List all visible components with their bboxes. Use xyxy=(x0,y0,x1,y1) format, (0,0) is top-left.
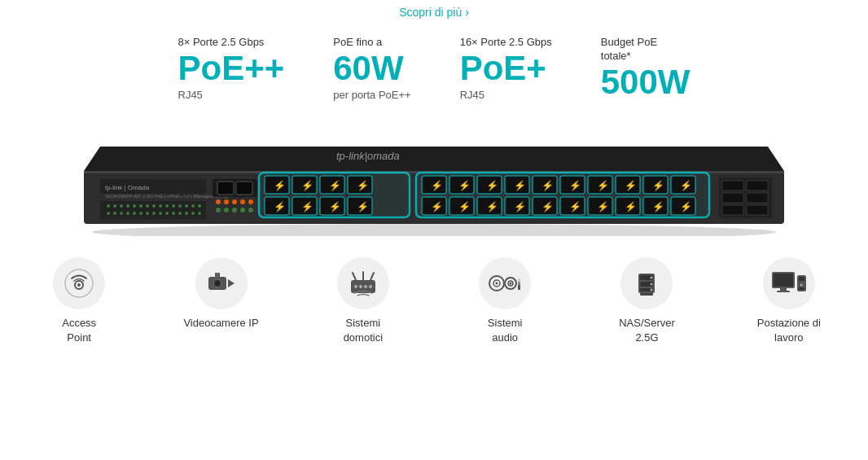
spec-sub-3: RJ45 xyxy=(460,89,552,101)
svg-point-18 xyxy=(172,204,175,208)
svg-text:⚡: ⚡ xyxy=(357,179,369,191)
spec-budget: Budget PoEtotale* 500W xyxy=(601,36,690,103)
svg-rect-40 xyxy=(236,182,252,195)
svg-point-27 xyxy=(133,212,136,215)
icon-item-nas: NAS/Server2.5G xyxy=(600,257,693,345)
icon-item-workstation: Postazione di lavoro xyxy=(743,257,835,345)
svg-point-45 xyxy=(248,199,253,204)
svg-point-12 xyxy=(133,204,136,208)
icon-item-access-point: AccessPoint xyxy=(33,257,125,345)
spec-poepp: 8× Porte 2.5 Gbps PoE++ RJ45 xyxy=(178,36,285,103)
svg-point-34 xyxy=(178,212,182,215)
svg-point-49 xyxy=(240,208,245,212)
svg-text:⚡: ⚡ xyxy=(486,179,498,191)
svg-point-33 xyxy=(172,212,175,215)
svg-rect-57 xyxy=(747,205,768,215)
svg-point-42 xyxy=(224,199,229,204)
svg-point-20 xyxy=(185,204,188,208)
icons-row: AccessPoint Videocamere IP xyxy=(0,249,868,345)
svg-text:⚡: ⚡ xyxy=(597,179,609,191)
svg-point-28 xyxy=(139,212,142,215)
spec-label-4: Budget PoEtotale* xyxy=(601,36,690,64)
videocamere-label: Videocamere IP xyxy=(183,316,258,331)
svg-point-21 xyxy=(191,204,195,208)
svg-point-29 xyxy=(146,212,149,215)
svg-point-13 xyxy=(139,204,142,208)
svg-rect-53 xyxy=(747,181,768,191)
svg-point-11 xyxy=(126,204,129,208)
workstation-label: Postazione di lavoro xyxy=(743,316,835,345)
svg-point-32 xyxy=(165,212,169,215)
videocamere-icon-circle xyxy=(195,257,248,309)
svg-rect-158 xyxy=(799,277,804,281)
svg-point-141 xyxy=(510,282,512,284)
svg-rect-56 xyxy=(722,205,743,215)
svg-point-43 xyxy=(232,199,237,204)
svg-point-135 xyxy=(369,285,372,288)
audio-label: Sistemiaudio xyxy=(488,316,523,345)
svg-point-37 xyxy=(198,212,201,215)
svg-rect-54 xyxy=(722,193,743,203)
domotici-icon xyxy=(348,269,379,298)
access-point-icon-circle xyxy=(53,257,105,309)
nas-icon xyxy=(632,269,661,298)
svg-point-50 xyxy=(248,208,253,212)
svg-point-0 xyxy=(92,224,776,236)
workstation-icon-circle xyxy=(763,257,815,309)
svg-point-16 xyxy=(159,204,162,208)
spec-poep: 16× Porte 2.5 Gbps PoE+ RJ45 xyxy=(460,36,552,103)
svg-point-22 xyxy=(198,204,201,208)
spec-value-4: 500W xyxy=(601,64,690,101)
svg-point-25 xyxy=(120,212,123,215)
svg-point-151 xyxy=(651,288,653,291)
workstation-icon xyxy=(770,269,808,298)
svg-point-24 xyxy=(113,212,116,215)
spec-value-2: 60W xyxy=(333,50,410,87)
svg-text:⚡: ⚡ xyxy=(541,200,554,212)
svg-text:⚡: ⚡ xyxy=(458,200,471,212)
svg-text:⚡: ⚡ xyxy=(514,179,526,191)
svg-text:⚡: ⚡ xyxy=(329,179,341,191)
svg-point-132 xyxy=(354,285,357,288)
svg-rect-152 xyxy=(640,293,653,296)
svg-text:⚡: ⚡ xyxy=(274,200,286,212)
svg-text:⚡: ⚡ xyxy=(458,179,471,191)
videocamere-icon xyxy=(205,269,238,298)
svg-point-41 xyxy=(216,199,221,204)
svg-point-124 xyxy=(215,281,219,285)
svg-rect-144 xyxy=(518,278,520,290)
svg-text:⚡: ⚡ xyxy=(329,200,341,212)
svg-point-44 xyxy=(240,199,245,204)
domotici-icon-circle xyxy=(337,257,389,309)
nas-label: NAS/Server2.5G xyxy=(619,316,675,345)
svg-text:⚡: ⚡ xyxy=(625,200,637,212)
scopri-link[interactable]: Scopri di più › xyxy=(399,6,469,19)
domotici-label: Sistemidomotici xyxy=(344,316,383,345)
audio-icon xyxy=(488,269,522,298)
svg-text:⚡: ⚡ xyxy=(431,200,443,212)
device-svg: tp-link | Omada SG3428XPP-M2 2.5G PoE++/… xyxy=(68,122,800,236)
spec-label-1: 8× Porte 2.5 Gbps xyxy=(178,36,285,50)
svg-point-147 xyxy=(651,276,653,278)
svg-point-15 xyxy=(152,204,156,208)
svg-point-121 xyxy=(77,283,81,287)
svg-text:⚡: ⚡ xyxy=(597,200,609,212)
svg-text:⚡: ⚡ xyxy=(301,200,313,212)
icon-item-audio: Sistemiaudio xyxy=(458,257,551,345)
svg-point-31 xyxy=(159,212,162,215)
svg-point-19 xyxy=(178,204,182,208)
nas-icon-circle xyxy=(620,257,673,309)
svg-text:tp-link|omada: tp-link|omada xyxy=(336,150,400,162)
svg-text:⚡: ⚡ xyxy=(569,200,581,212)
audio-icon-circle xyxy=(479,257,531,309)
svg-text:⚡: ⚡ xyxy=(569,179,581,191)
spec-sub-2: per porta PoE++ xyxy=(333,89,410,101)
svg-point-149 xyxy=(651,283,653,285)
svg-line-131 xyxy=(370,273,374,280)
svg-point-134 xyxy=(364,285,367,288)
svg-point-9 xyxy=(113,204,116,208)
svg-point-48 xyxy=(232,208,237,212)
svg-point-159 xyxy=(800,283,802,286)
svg-text:⚡: ⚡ xyxy=(680,179,692,191)
access-point-label: AccessPoint xyxy=(62,316,96,345)
